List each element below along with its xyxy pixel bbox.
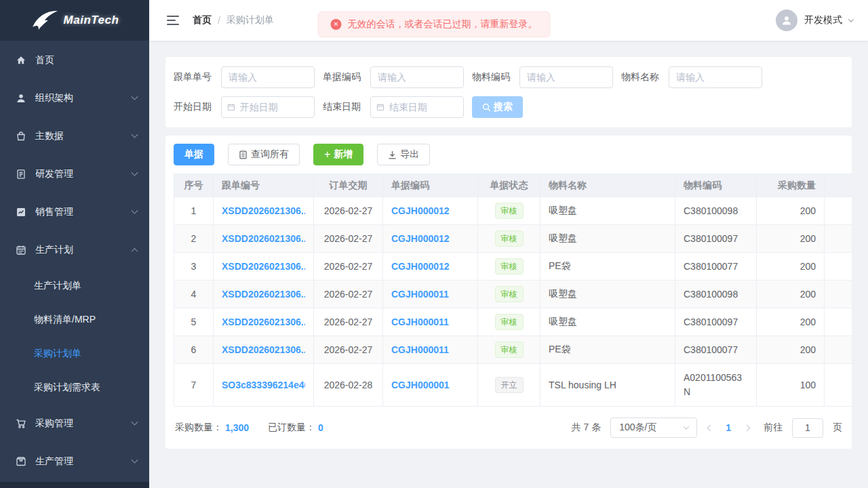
order-no-link[interactable]: XSDD2026021306..: [222, 233, 305, 244]
chevron-down-icon: [848, 16, 854, 22]
col-header-index[interactable]: 序号: [174, 174, 214, 197]
doc-no-link[interactable]: CGJH000011: [391, 344, 469, 355]
table-row[interactable]: 3 XSDD2026021306.. 2026-02-27 CGJH000012…: [174, 253, 852, 281]
cell-qty: 200: [757, 197, 825, 225]
page-size-select[interactable]: 100条/页: [610, 418, 697, 438]
doc-no-link[interactable]: CGJH000012: [391, 233, 469, 244]
user-menu[interactable]: 开发模式: [776, 9, 853, 31]
order-no-input[interactable]: [221, 66, 315, 88]
doc-no-link[interactable]: CGJH000012: [391, 261, 469, 272]
order-no-link[interactable]: XSDD2026021306..: [222, 317, 305, 327]
sidebar-item-label: 研发管理: [35, 168, 73, 180]
breadcrumb-home[interactable]: 首页: [193, 14, 212, 26]
cell-index: 3: [174, 253, 214, 281]
sidebar-subitem-label: 采购计划单: [34, 348, 81, 360]
cell-index: 7: [174, 364, 214, 407]
sidebar-item-production-plan[interactable]: 生产计划: [0, 231, 149, 269]
query-all-button[interactable]: 查询所有: [228, 144, 300, 165]
table-row[interactable]: 1 XSDD2026021306.. 2026-02-27 CGJH000012…: [174, 197, 852, 225]
sidebar-item-label: 采购管理: [35, 418, 73, 430]
export-button[interactable]: 导出: [377, 144, 430, 165]
logo-swoosh-icon: [31, 9, 60, 32]
chevron-down-icon: [684, 424, 689, 429]
table-panel: 单据 查询所有 + 新增 导出: [165, 136, 852, 449]
col-header-order-no[interactable]: 跟单编号: [214, 174, 314, 197]
cell-extra: [825, 281, 852, 308]
pagination-total: 共 7 条: [572, 422, 601, 434]
table-row[interactable]: 7 SO3c833396214e40 2026-02-28 CGJH000001…: [174, 364, 852, 407]
table-header-row: 序号 跟单编号 订单交期 单据编码 单据状态 物料名称 物料编码 采购数量: [174, 174, 852, 197]
field-order-no: 跟单单号: [174, 66, 315, 88]
cell-material-name: PE袋: [540, 336, 675, 364]
add-button[interactable]: + 新增: [313, 144, 363, 165]
sidebar-item-sales[interactable]: 销售管理: [0, 193, 149, 231]
next-page-icon[interactable]: [743, 424, 750, 431]
table-row[interactable]: 6 XSDD2026021306.. 2026-02-27 CGJH000011…: [174, 336, 852, 364]
col-header-status[interactable]: 单据状态: [478, 174, 540, 197]
material-name-input[interactable]: [669, 66, 762, 88]
sidebar-item-home[interactable]: 首页: [0, 41, 149, 79]
prev-page-icon[interactable]: [707, 424, 713, 431]
add-button-label: 新增: [334, 148, 353, 161]
order-no-link[interactable]: XSDD2026021306..: [222, 205, 305, 216]
doc-no-link[interactable]: CGJH000011: [391, 289, 469, 300]
cell-material-code: A0201100563N: [675, 364, 757, 407]
query-all-button-label: 查询所有: [251, 148, 289, 161]
col-header-delivery[interactable]: 订单交期: [314, 174, 383, 197]
col-header-material-code[interactable]: 物料编码: [675, 174, 757, 197]
sidebar-subitem-purchase-plan-order[interactable]: 采购计划单: [0, 337, 149, 371]
cell-qty: 200: [757, 336, 825, 364]
status-badge: 审核: [495, 286, 524, 302]
doc-button[interactable]: 单据: [174, 144, 214, 165]
col-header-doc-no[interactable]: 单据编码: [383, 174, 478, 197]
field-material-code: 物料编码: [472, 66, 613, 88]
order-no-link[interactable]: SO3c833396214e40: [222, 380, 305, 390]
sidebar-item-label: 首页: [35, 54, 54, 66]
cell-delivery: 2026-02-27: [314, 336, 383, 364]
doc-no-link[interactable]: CGJH000011: [391, 317, 469, 327]
ordered-qty-label: 已订数量：: [268, 422, 315, 434]
field-label: 开始日期: [174, 101, 212, 113]
field-label: 物料编码: [472, 71, 510, 83]
document-icon: [239, 150, 248, 159]
start-date-input[interactable]: [240, 102, 309, 113]
search-button[interactable]: 搜索: [472, 96, 523, 118]
end-date-picker[interactable]: [370, 96, 464, 118]
col-header-material-name[interactable]: 物料名称: [540, 174, 675, 197]
doc-code-input[interactable]: [370, 66, 464, 88]
sidebar-item-master-data[interactable]: 主数据: [0, 117, 149, 155]
end-date-input[interactable]: [389, 102, 458, 113]
current-page[interactable]: 1: [723, 422, 734, 433]
sidebar-subitem-production-plan-order[interactable]: 生产计划单: [0, 269, 149, 303]
cell-extra: [825, 308, 852, 336]
plus-icon: +: [324, 149, 330, 160]
sidebar-item-purchase-mgmt[interactable]: 采购管理: [0, 405, 149, 443]
table-row[interactable]: 2 XSDD2026021306.. 2026-02-27 CGJH000012…: [174, 225, 852, 253]
table-footer: 采购数量： 1,300 已订数量： 0 共 7 条 100条/页 1 前往 页: [174, 418, 844, 438]
doc-no-link[interactable]: CGJH000001: [391, 380, 469, 390]
table-row[interactable]: 5 XSDD2026021306.. 2026-02-27 CGJH000011…: [174, 308, 852, 336]
production-mgmt-icon: [15, 456, 26, 468]
start-date-picker[interactable]: [221, 96, 315, 118]
sidebar-subitem-purchase-plan-demand[interactable]: 采购计划需求表: [0, 371, 149, 405]
order-no-link[interactable]: XSDD2026021306..: [222, 344, 305, 355]
table-row[interactable]: 4 XSDD2026021306.. 2026-02-27 CGJH000011…: [174, 281, 852, 308]
field-label: 单据编码: [323, 71, 361, 83]
col-header-qty[interactable]: 采购数量: [757, 174, 825, 197]
goto-page-input[interactable]: [792, 418, 823, 438]
order-no-link[interactable]: XSDD2026021306..: [222, 289, 305, 300]
doc-no-link[interactable]: CGJH000012: [391, 205, 469, 216]
user-avatar: [776, 9, 797, 31]
sidebar-item-rnd[interactable]: 研发管理: [0, 155, 149, 193]
sidebar-item-production-mgmt[interactable]: 生产管理: [0, 443, 149, 481]
sidebar-subitem-bom-mrp[interactable]: 物料清单/MRP: [0, 303, 149, 337]
cell-delivery: 2026-02-27: [314, 225, 383, 253]
cell-material-code: C380100098: [675, 281, 757, 308]
order-no-link[interactable]: XSDD2026021306..: [222, 261, 305, 272]
menu-fold-icon[interactable]: [167, 16, 180, 25]
material-code-input[interactable]: [519, 66, 613, 88]
sidebar-item-label: 销售管理: [35, 206, 73, 218]
sidebar-item-org[interactable]: 组织架构: [0, 79, 149, 117]
cell-material-code: C380100077: [675, 253, 757, 281]
sidebar-bottom-strip: [0, 482, 149, 488]
